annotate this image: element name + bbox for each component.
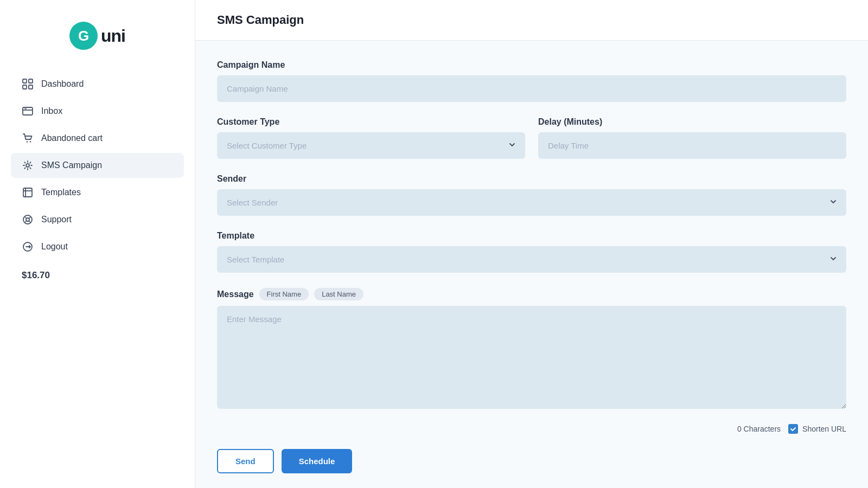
- customer-type-select[interactable]: Select Customer Type All Customers New C…: [217, 132, 525, 159]
- svg-rect-4: [23, 107, 33, 115]
- send-button[interactable]: Send: [217, 449, 274, 473]
- sidebar-item-templates[interactable]: Templates: [11, 180, 184, 205]
- sidebar-item-label-sms-campaign: SMS Campaign: [41, 160, 102, 170]
- sidebar-item-abandoned-cart[interactable]: Abandoned cart: [11, 126, 184, 151]
- campaign-name-input[interactable]: [217, 75, 846, 102]
- sidebar-item-label-inbox: Inbox: [41, 106, 62, 116]
- campaign-name-label: Campaign Name: [217, 60, 846, 70]
- svg-rect-1: [29, 79, 33, 83]
- sidebar-item-label-templates: Templates: [41, 188, 81, 197]
- page-title: SMS Campaign: [217, 13, 846, 27]
- logo-icon: G: [69, 22, 98, 50]
- gear-icon: [22, 159, 34, 171]
- shorten-url-checkbox[interactable]: [788, 424, 798, 434]
- sidebar-item-inbox[interactable]: Inbox: [11, 99, 184, 124]
- navigation: Dashboard Inbox Abandoned: [0, 72, 195, 259]
- message-textarea[interactable]: [217, 306, 846, 409]
- sidebar-item-support[interactable]: Support: [11, 207, 184, 232]
- main-content: SMS Campaign Campaign Name Customer Type…: [195, 0, 868, 488]
- sidebar-item-label-support: Support: [41, 215, 72, 224]
- customer-type-group: Customer Type Select Customer Type All C…: [217, 117, 525, 159]
- page-header: SMS Campaign: [195, 0, 868, 41]
- shorten-url-row: Shorten URL: [788, 424, 846, 434]
- schedule-button[interactable]: Schedule: [282, 449, 353, 473]
- delay-input[interactable]: [538, 132, 846, 159]
- inbox-icon: [22, 105, 34, 117]
- customer-delay-row: Customer Type Select Customer Type All C…: [217, 117, 846, 159]
- campaign-name-group: Campaign Name: [217, 60, 846, 102]
- sender-select[interactable]: Select Sender: [217, 189, 846, 216]
- delay-label: Delay (Minutes): [538, 117, 846, 127]
- cart-icon: [22, 132, 34, 144]
- sidebar-item-label-dashboard: Dashboard: [41, 79, 84, 89]
- sidebar-item-dashboard[interactable]: Dashboard: [11, 72, 184, 97]
- template-icon: [22, 187, 34, 198]
- template-select[interactable]: Select Template: [217, 246, 846, 273]
- char-count: 0 Characters: [737, 425, 781, 433]
- logo: G uni: [0, 16, 195, 72]
- shorten-url-label: Shorten URL: [802, 425, 846, 433]
- sender-label: Sender: [217, 174, 846, 184]
- message-label: Message: [217, 290, 254, 299]
- last-name-tag[interactable]: Last Name: [314, 288, 363, 300]
- svg-point-6: [30, 141, 31, 142]
- grid-icon: [22, 78, 34, 90]
- actions-row: Send Schedule: [217, 449, 846, 473]
- sidebar-item-label-logout: Logout: [41, 242, 68, 252]
- message-label-row: Message First Name Last Name: [217, 288, 846, 300]
- svg-rect-8: [23, 188, 32, 197]
- svg-rect-0: [23, 79, 27, 83]
- template-wrapper: Select Template: [217, 246, 846, 273]
- logo-g-letter: G: [78, 28, 89, 44]
- svg-rect-3: [29, 85, 33, 89]
- support-icon: [22, 214, 34, 226]
- svg-point-5: [27, 141, 28, 142]
- svg-rect-2: [23, 85, 27, 89]
- svg-point-9: [23, 215, 32, 224]
- logout-icon: [22, 241, 34, 253]
- customer-type-wrapper: Select Customer Type All Customers New C…: [217, 132, 525, 159]
- sms-campaign-form: Campaign Name Customer Type Select Custo…: [195, 41, 868, 488]
- char-count-row: 0 Characters Shorten URL: [217, 424, 846, 434]
- account-balance: $16.70: [0, 259, 195, 292]
- customer-type-label: Customer Type: [217, 117, 525, 127]
- logo-text: uni: [101, 26, 125, 46]
- svg-point-7: [26, 164, 29, 167]
- sidebar-item-logout[interactable]: Logout: [11, 234, 184, 259]
- sender-group: Sender Select Sender: [217, 174, 846, 216]
- template-group: Template Select Template: [217, 231, 846, 273]
- delay-group: Delay (Minutes): [538, 117, 846, 159]
- template-label: Template: [217, 231, 846, 241]
- first-name-tag[interactable]: First Name: [259, 288, 309, 300]
- sidebar-item-sms-campaign[interactable]: SMS Campaign: [11, 153, 184, 178]
- sidebar: G uni Dashboard: [0, 0, 195, 488]
- sender-wrapper: Select Sender: [217, 189, 846, 216]
- svg-point-10: [26, 218, 29, 221]
- message-group: Message First Name Last Name: [217, 288, 846, 409]
- btn-group: Send Schedule: [217, 449, 352, 473]
- sidebar-item-label-abandoned-cart: Abandoned cart: [41, 133, 103, 143]
